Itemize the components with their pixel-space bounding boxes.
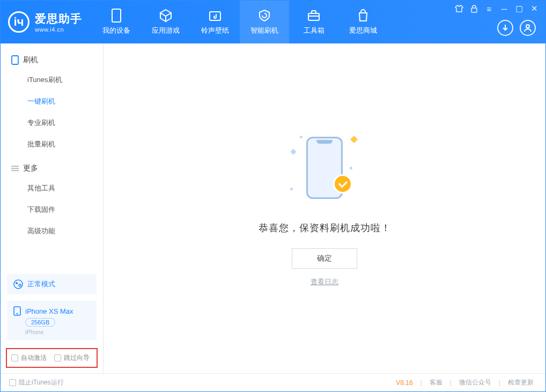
support-link[interactable]: 客服 [426, 378, 446, 387]
device-name: iPhone XS Max [25, 307, 73, 315]
checkbox-label: 自动激活 [21, 353, 47, 363]
device-card[interactable]: iPhone XS Max 256GB iPhone [7, 301, 97, 341]
checkbox-label: 跳过向导 [64, 353, 90, 363]
checkbox-icon [54, 354, 61, 361]
svg-rect-2 [308, 13, 319, 20]
nav-ringtones[interactable]: 铃声壁纸 [190, 1, 240, 43]
header-actions [497, 20, 536, 36]
download-button[interactable] [497, 20, 513, 36]
svg-point-6 [14, 280, 23, 289]
auto-activate-checkbox[interactable]: 自动激活 [11, 353, 47, 363]
sparkle-icon [350, 135, 358, 143]
maximize-icon[interactable]: ▢ [514, 4, 524, 13]
dot-icon [290, 188, 293, 190]
section-title: 刷机 [23, 55, 38, 65]
section-title: 更多 [23, 164, 38, 173]
options-row: 自动激活 跳过向导 [6, 348, 98, 368]
separator: | [499, 379, 500, 387]
nav-toolbox[interactable]: 工具箱 [289, 1, 338, 43]
nav-label: 应用游戏 [152, 26, 180, 35]
nav-apps[interactable]: 应用游戏 [141, 1, 190, 43]
nav-label: 爱思商城 [349, 26, 377, 35]
brand: iч 爱思助手 www.i4.cn [1, 1, 92, 43]
svg-rect-5 [12, 56, 18, 64]
nav-store[interactable]: 爱思商城 [338, 1, 388, 43]
sidebar-item-oneclick[interactable]: 一键刷机 [1, 91, 103, 112]
cube-icon [159, 9, 173, 23]
bag-icon [356, 9, 370, 23]
phone-icon [13, 306, 21, 316]
sidebar-item-batch[interactable]: 批量刷机 [1, 134, 103, 155]
storage-badge: 256GB [25, 318, 55, 327]
nav-label: 铃声壁纸 [201, 26, 229, 35]
sidebar-item-pro[interactable]: 专业刷机 [1, 112, 103, 134]
svg-rect-0 [112, 9, 121, 22]
list-icon [11, 165, 19, 172]
device-type: iPhone [25, 329, 43, 335]
block-itunes-checkbox[interactable]: 阻止iTunes运行 [9, 378, 64, 387]
mode-indicator[interactable]: 正常模式 [7, 274, 97, 294]
logo-icon: iч [8, 11, 29, 33]
user-button[interactable] [520, 20, 536, 36]
nav-label: 我的设备 [102, 26, 130, 35]
ok-button[interactable]: 确定 [292, 248, 357, 269]
nav-label: 智能刷机 [250, 26, 278, 35]
sidebar-item-firmware[interactable]: 下载固件 [1, 199, 103, 220]
wechat-link[interactable]: 微信公众号 [456, 378, 495, 387]
checkbox-icon [11, 354, 18, 361]
status-bar: 阻止iTunes运行 V8.16 | 客服 | 微信公众号 | 检查更新 [1, 373, 545, 391]
brand-subtitle: www.i4.cn [35, 26, 82, 33]
mode-label: 正常模式 [27, 279, 55, 289]
top-nav: 我的设备 应用游戏 铃声壁纸 智能刷机 工具箱 爱思商城 [92, 1, 388, 43]
skip-guide-checkbox[interactable]: 跳过向导 [54, 353, 90, 363]
music-folder-icon [208, 9, 222, 23]
svg-rect-3 [471, 8, 477, 12]
sidebar-item-advanced[interactable]: 高级功能 [1, 220, 103, 242]
view-log-link[interactable]: 查看日志 [311, 277, 338, 287]
lock-icon[interactable] [469, 4, 479, 13]
app-body: 刷机 iTunes刷机 一键刷机 专业刷机 批量刷机 更多 其他工具 下载固件 … [1, 43, 545, 373]
sidebar-item-other[interactable]: 其他工具 [1, 177, 103, 199]
sparkle-icon [290, 149, 296, 154]
toolbox-icon [307, 9, 321, 23]
separator: | [450, 379, 452, 387]
sidebar-section-flash: 刷机 [1, 51, 103, 69]
window-controls: ≡ ─ ▢ ✕ [454, 4, 539, 13]
checkbox-label: 阻止iTunes运行 [19, 378, 64, 387]
update-link[interactable]: 检查更新 [505, 378, 537, 387]
version-label: V8.16 [396, 379, 412, 387]
dot-icon [350, 167, 352, 169]
success-illustration [287, 130, 362, 205]
sidebar-section-more: 更多 [1, 159, 103, 177]
nav-label: 工具箱 [304, 26, 324, 35]
tshirt-icon[interactable] [454, 4, 464, 13]
sidebar: 刷机 iTunes刷机 一键刷机 专业刷机 批量刷机 更多 其他工具 下载固件 … [1, 43, 104, 373]
separator: | [420, 379, 422, 387]
app-header: iч 爱思助手 www.i4.cn 我的设备 应用游戏 铃声壁纸 智能刷机 工具… [1, 1, 545, 43]
sidebar-item-itunes[interactable]: iTunes刷机 [1, 69, 103, 91]
dot-icon [300, 136, 302, 138]
main-content: 恭喜您，保资料刷机成功啦！ 确定 查看日志 [104, 43, 545, 373]
nav-my-device[interactable]: 我的设备 [92, 1, 141, 43]
refresh-shield-icon [257, 9, 271, 23]
brand-title: 爱思助手 [35, 11, 82, 26]
svg-point-8 [19, 284, 21, 286]
mode-icon [13, 279, 23, 289]
menu-icon[interactable]: ≡ [484, 4, 494, 13]
svg-point-10 [17, 313, 18, 314]
phone-icon [109, 9, 123, 23]
nav-flash[interactable]: 智能刷机 [240, 1, 289, 43]
svg-point-4 [526, 25, 529, 28]
checkbox-icon [9, 379, 16, 386]
device-icon [11, 55, 19, 65]
svg-point-7 [16, 282, 18, 284]
close-icon[interactable]: ✕ [529, 4, 539, 13]
checkmark-badge-icon [333, 174, 352, 194]
success-message: 恭喜您，保资料刷机成功啦！ [259, 221, 391, 234]
minimize-icon[interactable]: ─ [499, 4, 509, 13]
